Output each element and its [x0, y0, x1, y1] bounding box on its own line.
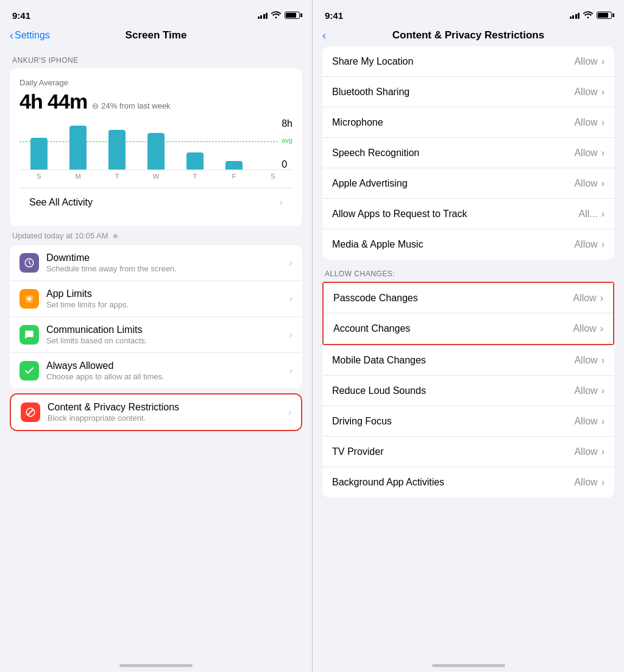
value-text-share-location: Allow: [574, 56, 597, 67]
home-indicator-left: [119, 664, 193, 667]
content-privacy-subtitle: Block inappropriate content.: [48, 413, 283, 423]
row-media[interactable]: Media & Apple Music Allow ›: [322, 229, 614, 260]
back-button-left[interactable]: ‹ Settings: [10, 30, 50, 41]
value-share-location: Allow ›: [574, 56, 604, 67]
value-speech: Allow ›: [574, 148, 604, 159]
y-label-top: 8h: [282, 118, 292, 129]
value-mobile-data: Allow ›: [574, 355, 604, 366]
right-panel: 9:41 ‹ Content & Privacy Restrictions: [312, 0, 624, 672]
device-label: ANKUR'S IPHONE: [0, 46, 312, 68]
row-mobile-data[interactable]: Mobile Data Changes Allow ›: [322, 345, 614, 376]
list-item-app-limits[interactable]: App Limits Set time limits for apps. ›: [10, 281, 302, 317]
chevron-share-location: ›: [601, 56, 604, 67]
chevron-account: ›: [600, 323, 603, 334]
downtime-title: Downtime: [46, 252, 285, 263]
value-text-track: All...: [579, 209, 598, 220]
chevron-mobile-data: ›: [601, 355, 604, 366]
label-track: Allow Apps to Request to Track: [332, 209, 467, 220]
label-driving-focus: Driving Focus: [332, 416, 392, 427]
list-item-comm-limits[interactable]: Communication Limits Set limits based on…: [10, 317, 302, 353]
list-item-downtime[interactable]: Downtime Schedule time away from the scr…: [10, 245, 302, 281]
time-change-icon: ⊖: [92, 101, 99, 110]
always-allowed-icon: [20, 361, 39, 381]
downtime-subtitle: Schedule time away from the screen.: [46, 264, 285, 273]
chevron-track: ›: [601, 209, 604, 220]
back-arrow-icon: ‹: [10, 30, 13, 41]
app-limits-content: App Limits Set time limits for apps.: [46, 288, 285, 309]
back-label-left: Settings: [15, 30, 50, 41]
bar-W: [136, 133, 176, 170]
row-account[interactable]: Account Changes Allow ›: [324, 313, 613, 344]
value-track: All... ›: [579, 209, 604, 220]
row-bluetooth[interactable]: Bluetooth Sharing Allow ›: [322, 77, 614, 107]
chart: avg 8h 0 S M T W T F S: [20, 118, 292, 185]
row-microphone[interactable]: Microphone Allow ›: [322, 107, 614, 138]
label-mobile-data: Mobile Data Changes: [332, 355, 426, 366]
value-text-apple-advertising: Allow: [574, 178, 597, 189]
bar-T1: [98, 130, 136, 170]
row-driving-focus[interactable]: Driving Focus Allow ›: [322, 406, 614, 437]
chevron-bluetooth: ›: [601, 87, 604, 98]
day-T2: T: [176, 173, 214, 180]
list-item-content-privacy[interactable]: Content & Privacy Restrictions Block ina…: [11, 395, 301, 430]
value-bluetooth: Allow ›: [574, 87, 604, 98]
value-passcode: Allow ›: [573, 293, 603, 304]
updated-text: Updated today at 10:05 AM ✳: [0, 226, 312, 245]
row-bg-app[interactable]: Background App Activities Allow ›: [322, 467, 614, 498]
rest-changes-group: Mobile Data Changes Allow › Reduce Loud …: [322, 345, 614, 498]
wifi-icon-right: [583, 11, 593, 20]
battery-icon-right: [597, 12, 612, 19]
menu-card: Downtime Schedule time away from the scr…: [10, 245, 302, 388]
bar-M: [58, 126, 98, 170]
label-apple-advertising: Apple Advertising: [332, 178, 408, 189]
allow-changes-label: ALLOW CHANGES:: [313, 260, 624, 282]
chevron-reduce-loud: ›: [601, 385, 604, 396]
value-text-mobile-data: Allow: [574, 355, 597, 366]
row-reduce-loud[interactable]: Reduce Loud Sounds Allow ›: [322, 376, 614, 406]
see-all-activity-row[interactable]: See All Activity ›: [20, 188, 292, 216]
value-bg-app: Allow ›: [574, 477, 604, 488]
chart-bars: avg 8h 0: [20, 118, 292, 170]
value-text-account: Allow: [573, 323, 596, 334]
nav-bar-right: ‹ Content & Privacy Restrictions: [313, 27, 624, 46]
day-T1: T: [98, 173, 136, 180]
time-display: 4h 44m ⊖ 24% from last week: [20, 90, 292, 113]
value-text-tv-provider: Allow: [574, 446, 597, 457]
daily-average-label: Daily Average: [20, 78, 292, 87]
signal-icon-right: [570, 12, 580, 19]
content-privacy-title: Content & Privacy Restrictions: [48, 402, 283, 413]
row-share-location[interactable]: Share My Location Allow ›: [322, 46, 614, 77]
day-S2: S: [254, 173, 292, 180]
downtime-chevron: ›: [289, 257, 292, 268]
row-passcode[interactable]: Passcode Changes Allow ›: [324, 283, 613, 313]
day-S1: S: [20, 173, 58, 180]
chevron-speech: ›: [601, 148, 604, 159]
comm-limits-title: Communication Limits: [46, 324, 285, 335]
row-speech[interactable]: Speech Recognition Allow ›: [322, 138, 614, 168]
list-item-always-allowed[interactable]: Always Allowed Choose apps to allow at a…: [10, 353, 302, 388]
spinner-icon: ✳: [112, 232, 121, 240]
always-allowed-title: Always Allowed: [46, 360, 285, 371]
page-title-left: Screen Time: [126, 29, 187, 41]
value-text-microphone: Allow: [574, 117, 597, 128]
app-limits-chevron: ›: [289, 293, 292, 304]
row-apple-advertising[interactable]: Apple Advertising Allow ›: [322, 168, 614, 199]
downtime-icon: [20, 253, 39, 273]
time-big: 4h 44m: [20, 90, 87, 113]
chevron-media: ›: [601, 239, 604, 250]
value-text-driving-focus: Allow: [574, 416, 597, 427]
app-limits-subtitle: Set time limits for apps.: [46, 300, 285, 309]
home-indicator-right: [432, 664, 505, 667]
row-tv-provider[interactable]: TV Provider Allow ›: [322, 437, 614, 467]
day-F: F: [214, 173, 254, 180]
value-driving-focus: Allow ›: [574, 416, 604, 427]
always-allowed-subtitle: Choose apps to allow at all times.: [46, 372, 285, 381]
signal-icon: [258, 12, 268, 19]
back-button-right[interactable]: ‹: [322, 30, 326, 41]
row-track[interactable]: Allow Apps to Request to Track All... ›: [322, 199, 614, 229]
content-privacy-highlight: Content & Privacy Restrictions Block ina…: [10, 393, 302, 431]
status-icons-right: [570, 11, 612, 20]
y-label-bottom: 0: [282, 159, 292, 170]
status-icons-left: [258, 11, 300, 20]
page-title-right: Content & Privacy Restrictions: [392, 29, 544, 41]
